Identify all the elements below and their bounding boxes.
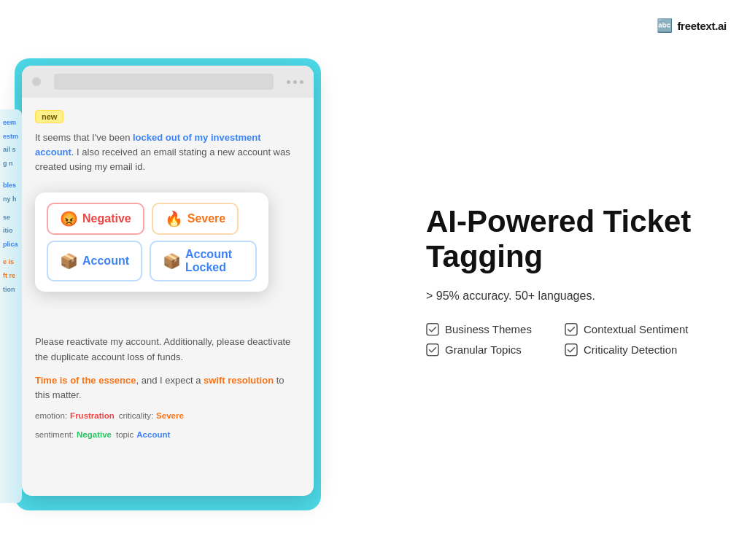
partial-line-8: ny h [3,195,19,204]
browser-control-dots [287,80,303,84]
svg-rect-0 [427,323,438,335]
new-badge: new [35,110,63,123]
feature-label-1: Business Themes [445,323,532,335]
partial-line-4: g n [3,159,19,168]
account-emoji: 📦 [60,252,78,270]
browser-dot-sm-3 [300,80,303,84]
check-icon-2 [565,322,578,335]
partial-line-12: plica [3,240,19,249]
accuracy-text: > 95% accuracy. 50+ languages. [426,289,703,302]
partial-line-11: itio [3,226,19,236]
severe-emoji: 🔥 [165,210,183,228]
feature-label-4: Criticality Detection [584,343,677,356]
ticket-highlight-3: Time is of the essence [35,375,136,386]
ticket-text-1-cont: . I also received an email stating a new… [35,147,290,172]
feature-criticality-detection: Criticality Detection [565,343,703,356]
partial-line-2: estm [3,132,19,141]
browser-window: new It seems that I've been locked out o… [22,66,314,496]
tag-account-locked-label: Account Locked [185,248,244,274]
partial-line-10: se [3,213,19,222]
meta-value-criticality: Severe [156,411,184,420]
side-overlay: eem estm ail s g n bles ny h se itio pli… [0,51,26,503]
browser-content: new It seems that I've been locked out o… [22,98,314,496]
svg-rect-3 [565,343,577,355]
heading-line-1: AI-Powered Ticket [426,204,691,238]
tag-negative-label: Negative [82,212,131,225]
ticket-highlight-4: swift resolution [204,375,274,386]
right-section: AI-Powered Ticket Tagging > 95% accuracy… [426,204,703,357]
logo-area: 🔤 freetext.ai [657,18,727,34]
feature-granular-topics: Granular Topics [426,343,565,356]
meta-row-emotion: emotion: Frustration [35,411,115,420]
feature-business-themes: Business Themes [426,322,565,335]
below-popup: Please reactivate my account. Additional… [35,335,301,442]
svg-rect-1 [565,323,577,335]
features-grid: Business Themes Contextual Sentiment Gra… [426,322,703,356]
meta-label-emotion: emotion: [35,411,67,420]
ticket-text-1-plain: It seems that I've been [35,132,133,143]
partial-line-16: tion [3,285,19,295]
tag-account: 📦 Account [47,241,142,281]
check-icon-3 [426,343,439,356]
negative-emoji: 😡 [60,210,78,228]
browser-titlebar [22,66,314,98]
meta-label-criticality: criticality: [119,411,153,420]
meta-tags-2: sentiment: Negative topic Account [35,430,301,442]
logo-icon: 🔤 [657,18,673,34]
meta-row-topic: topic Account [116,430,170,439]
tag-account-locked: 📦 Account Locked [150,241,257,281]
tag-row-1: 😡 Negative 🔥 Severe [47,203,257,235]
feature-label-3: Granular Topics [445,343,522,356]
logo-text: freetext.ai [677,20,727,32]
feature-contextual-sentiment: Contextual Sentiment [565,322,703,335]
check-icon-1 [426,322,439,335]
ticket-text-2-cont: loss of funds. [125,351,183,362]
browser-dot-red [32,77,41,86]
browser-dot-sm-1 [287,80,290,84]
meta-row-criticality: criticality: Severe [119,411,184,420]
tag-popup: 😡 Negative 🔥 Severe 📦 Account 📦 [35,192,268,292]
feature-label-2: Contextual Sentiment [584,323,688,335]
meta-value-emotion: Frustration [70,411,115,420]
ticket-text-3-cont: , and I expect a [136,375,204,386]
check-icon-4 [565,343,578,356]
svg-rect-2 [427,343,438,355]
main-heading: AI-Powered Ticket Tagging [426,204,703,275]
heading-line-2: Tagging [426,239,543,273]
meta-row-sentiment: sentiment: Negative [35,430,112,439]
tag-negative: 😡 Negative [47,203,144,235]
tag-account-label: Account [82,254,129,268]
partial-line-1: eem [3,118,19,128]
partial-line-14: e is [3,257,19,267]
meta-value-topic: Account [136,430,170,439]
partial-line-15: ft re [3,271,19,281]
browser-addressbar [54,74,274,90]
tag-row-2: 📦 Account 📦 Account Locked [47,241,257,281]
browser-dot-sm-2 [293,80,297,84]
left-section: new It seems that I've been locked out o… [0,44,350,554]
side-partial-text: eem estm ail s g n bles ny h se itio pli… [0,109,22,503]
ticket-text-1: It seems that I've been locked out of my… [35,131,301,174]
tag-severe-label: Severe [187,212,226,225]
meta-label-sentiment: sentiment: [35,430,74,439]
ticket-text-3: Time is of the essence, and I expect a s… [35,373,301,402]
meta-value-sentiment: Negative [77,430,112,439]
meta-label-topic: topic [116,430,133,439]
partial-line-3: ail s [3,145,19,155]
partial-line-7: bles [3,181,19,190]
account-locked-emoji: 📦 [163,252,181,270]
tag-severe: 🔥 Severe [152,203,239,235]
ticket-text-2-plain: Please reactivate my account. Additional… [35,336,247,347]
ticket-text-2: Please reactivate my account. Additional… [35,335,301,364]
meta-tags: emotion: Frustration criticality: Severe [35,411,301,423]
